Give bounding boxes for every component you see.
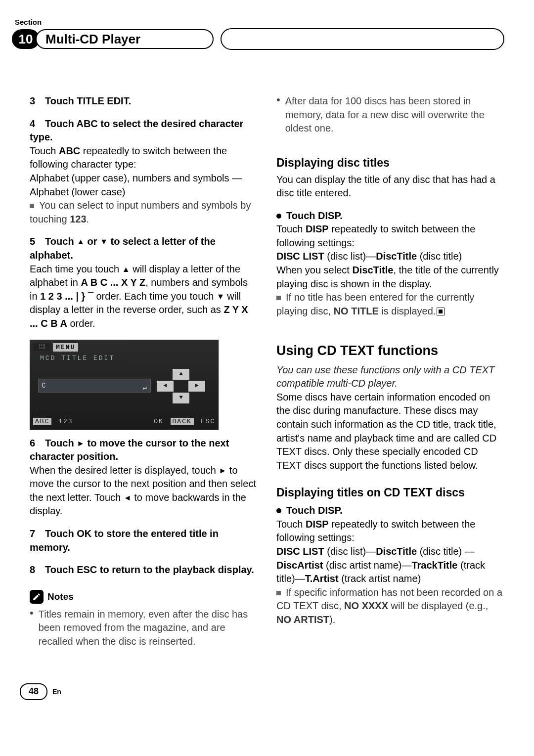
step-4-note: You can select to input numbers and symb… (30, 199, 258, 226)
screenshot-bottom-bar: ABC 123 OK BACK ESC (33, 417, 215, 426)
triangle-left-icon: ◄ (124, 492, 132, 503)
text: When the desired letter is displayed, to… (30, 465, 219, 476)
text-bold: DISP (306, 519, 329, 530)
touch-disp-step-2: Touch DISP. (276, 504, 504, 518)
text-bold: DiscTitle (376, 546, 417, 557)
header-decorative-pill (221, 28, 504, 50)
heading-displaying-cdtext-titles: Displaying titles on CD TEXT discs (276, 485, 504, 501)
disp-body: Touch DISP repeatedly to switch between … (276, 222, 504, 250)
text: Touch (276, 519, 306, 530)
disp-settings-line: DISC LIST (disc list)—DiscTitle (disc ti… (276, 250, 504, 264)
header-row: 10 Multi-CD Player (12, 28, 504, 50)
bullet-dot-icon: • (276, 94, 280, 135)
screenshot-menu-tab: MENU (53, 343, 78, 352)
text-bold: NO XXXX (344, 600, 388, 611)
step-5-body: Each time you touch ▲ will display a let… (30, 263, 258, 331)
text-bold: T.Artist (305, 573, 339, 584)
bullet-round-icon (276, 508, 281, 513)
bullet-square-icon (276, 591, 281, 595)
section-title-pill: Multi-CD Player (36, 29, 214, 49)
arrow-right-button: ► (188, 381, 205, 392)
text-bold: NO TITLE (334, 306, 379, 316)
cdtext-settings-line: DISC LIST (disc list)—DiscTitle (disc ti… (276, 545, 504, 586)
section-label: Section (15, 18, 504, 26)
text: is displayed. (379, 306, 436, 316)
text: ). (329, 614, 335, 625)
cdtext-italic-note: You can use these functions only with a … (276, 363, 504, 391)
text-bold: DISC LIST (276, 251, 324, 262)
text: will be displayed (e.g., (388, 600, 488, 611)
step-4-heading: 4 Touch ABC to select the desired charac… (30, 117, 258, 144)
enter-icon: ↵ (143, 381, 147, 394)
text: (disc title) — (417, 546, 475, 557)
step-4-body2: Alphabet (upper case), numbers and symbo… (30, 172, 258, 199)
bullet-round-icon (276, 214, 281, 219)
text-bold: 1 2 3 ... | } ¯ (40, 291, 93, 302)
note-text: Titles remain in memory, even after the … (39, 608, 258, 649)
heading-displaying-disc-titles: Displaying disc titles (276, 155, 504, 171)
step-7: 7 Touch OK to store the entered title in… (30, 527, 258, 554)
step-5-heading: 5 Touch ▲ or ▼ to select a letter of the… (30, 235, 258, 262)
screenshot-input-value: C (42, 382, 46, 390)
text: . (87, 214, 89, 224)
screenshot-abc-button: ABC (33, 418, 51, 425)
text-bold: DiscTitle (376, 251, 417, 262)
text: Touch (276, 223, 306, 234)
triangle-right-icon: ► (219, 465, 226, 476)
triangle-right-icon: ► (77, 438, 85, 449)
text-bold: Touch DISP. (286, 505, 343, 516)
screenshot-123-button: 123 (58, 418, 73, 425)
bullet-square-icon (276, 296, 281, 300)
text: (disc list)— (324, 546, 376, 557)
arrow-up-button: ▲ (173, 369, 189, 380)
text: or (85, 236, 100, 247)
title-edit-screenshot: ⣿⣿ MENU MCD TITLE EDIT C ↵ ▲ ◄ ► ▼ ABC 1… (30, 340, 219, 430)
text: 6 Touch (30, 438, 77, 448)
text: Each time you touch (30, 264, 122, 274)
right-column: • After data for 100 discs has been stor… (276, 94, 504, 649)
disp-body2: When you select DiscTitle, the title of … (276, 264, 504, 291)
note-text: After data for 100 discs has been stored… (285, 94, 504, 135)
text-bold: Touch DISP. (286, 210, 343, 221)
touch-disp-step: Touch DISP. (276, 209, 504, 223)
text-bold: TrackTitle (411, 560, 457, 571)
triangle-up-icon: ▲ (122, 264, 130, 275)
heading-using-cd-text: Using CD TEXT functions (276, 342, 504, 360)
page-number: 48 (20, 683, 47, 700)
notes-heading: Notes (30, 590, 258, 604)
text-bold: NO ARTIST (276, 614, 329, 625)
disp-titles-body: You can display the title of any disc th… (276, 173, 504, 200)
screenshot-back-button: BACK (171, 418, 194, 425)
triangle-up-icon: ▲ (77, 236, 85, 247)
text-bold: DiscTitle (352, 265, 393, 275)
screenshot-esc-button: ESC (201, 418, 215, 425)
cdtext-body: Some discs have certain information enco… (276, 391, 504, 473)
note-item-2: • After data for 100 discs has been stor… (276, 94, 504, 135)
text: (disc list)— (324, 251, 376, 262)
notes-label: Notes (47, 590, 74, 603)
bullet-square-icon (30, 204, 34, 208)
cdtext-disp-body: Touch DISP repeatedly to switch between … (276, 518, 504, 545)
screenshot-ok-button: OK (154, 418, 164, 425)
step-6-heading: 6 Touch ► to move the cursor to the next… (30, 437, 258, 464)
screenshot-subtitle: MCD TITLE EDIT (40, 354, 115, 363)
text: (disc artist name)— (323, 560, 411, 571)
triangle-down-icon: ▼ (217, 291, 224, 302)
brand-icon: ⣿⣿ (33, 343, 51, 351)
cdtext-note: If specific information has not been rec… (276, 586, 504, 627)
arrow-left-button: ◄ (157, 381, 174, 392)
text: (disc title) (417, 251, 462, 262)
pencil-icon (30, 590, 44, 604)
text-bold: DISC LIST (276, 546, 324, 557)
text: 5 Touch (30, 236, 77, 247)
notes-block: Notes • Titles remain in memory, even af… (30, 590, 258, 649)
text: order. (67, 318, 95, 329)
step-3: 3 Touch TITLE EDIT. (30, 94, 258, 108)
text-bold: A B C ... X Y Z (81, 277, 145, 288)
text-bold: ABC (59, 145, 80, 156)
text-bold: DISP (306, 223, 329, 234)
triangle-down-icon: ▼ (100, 236, 108, 247)
text: You can select to input numbers and symb… (30, 200, 251, 224)
text-bold: DiscArtist (276, 560, 323, 571)
disp-note: If no title has been entered for the cur… (276, 291, 504, 318)
